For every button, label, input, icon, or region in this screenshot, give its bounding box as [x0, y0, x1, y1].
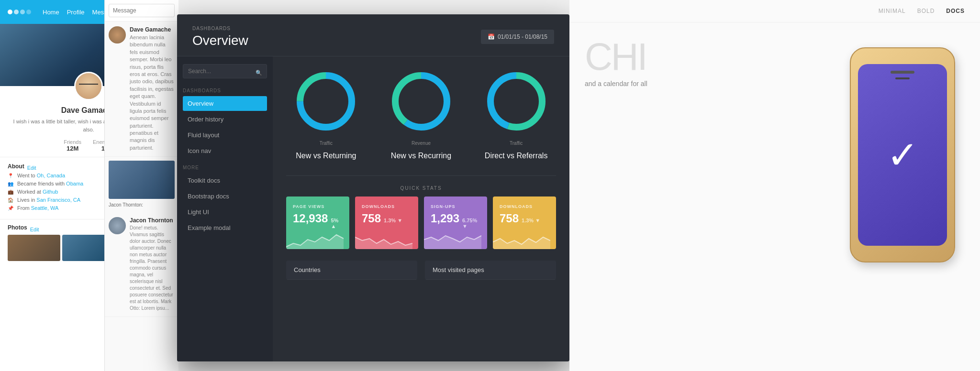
stat-change-4: 1.3% ▼ [522, 218, 540, 223]
countries-table: Countries [286, 261, 417, 280]
logo-dot-1 [8, 10, 12, 14]
nav-section-more: MORE Toolkit docs Bootstrap docs Light U… [177, 161, 273, 238]
sparkline-4 [493, 230, 550, 249]
chart-3-title: Direct vs Referrals [485, 152, 548, 160]
phone-mockup: ✓ [840, 38, 965, 286]
message-input[interactable] [109, 4, 175, 17]
post-image [109, 161, 175, 199]
countries-table-title: Countries [294, 266, 410, 273]
avatar-glasses [79, 84, 98, 88]
dashboard-sidebar: 🔍 DASHBOARDS Overview Order history Flui… [177, 56, 273, 361]
chart-3-category: Traffic [510, 141, 523, 146]
people-icon: 👥 [8, 181, 13, 186]
most-visited-title: Most visited pages [433, 266, 548, 273]
chart-1-title: New vs Returning [296, 152, 356, 160]
stat-value-1: 12,938 5% ▲ [293, 212, 343, 229]
most-visited-table: Most visited pages [425, 261, 556, 280]
nav-item-bootstrap-docs[interactable]: Bootstrap docs [183, 189, 267, 204]
stat-change-3: 6.75% ▼ [462, 218, 480, 229]
stat-card-downloads: DOWNLOADS 758 1.3% ▼ [355, 196, 418, 249]
sparkline-3 [424, 230, 481, 249]
stat-card-pageviews: PAGE VIEWS 12,938 5% ▲ [286, 196, 349, 249]
msg-text-1: Aenean lacinia bibendum nulla fels euism… [130, 34, 175, 152]
nav-item-light-ui[interactable]: Light UI [183, 205, 267, 219]
dashboard-modal: DASHBOARDS Overview 📅 01/01/15 - 01/08/1… [177, 14, 569, 361]
donut-3 [483, 68, 550, 135]
right-content: CHI and a calendar for all ✓ [569, 22, 980, 302]
nav-item-overview[interactable]: Overview [183, 96, 267, 111]
calendar-icon: 📅 [488, 33, 495, 40]
svg-marker-10 [355, 237, 412, 249]
stat-change-1: 5% ▲ [331, 218, 343, 229]
stat-value-2: 758 1.3% ▼ [362, 212, 412, 225]
nav-bold[interactable]: BOLD [917, 8, 935, 14]
phone-notch [891, 71, 914, 74]
right-tagline: and a calendar for all [585, 80, 825, 87]
post-caption: Jacon Thornton: [109, 202, 175, 208]
message-item-1: Dave Gamache Aenean lacinia bibendum nul… [105, 22, 178, 157]
tables-row: Countries Most visited pages [286, 261, 556, 280]
stat-change-2: 1.3% ▼ [384, 218, 402, 223]
phone-frame: ✓ [850, 47, 955, 262]
checkmark-icon: ✓ [887, 133, 919, 177]
stat-value-3: 1,293 6.75% ▼ [431, 212, 480, 229]
messages-panel: Dave Gamache Aenean lacinia bibendum nul… [104, 0, 178, 371]
pin-icon: 📌 [8, 206, 13, 211]
logo-dot-4 [26, 10, 31, 14]
date-range-button[interactable]: 📅 01/01/15 - 01/08/15 [481, 30, 554, 44]
nav-item-fluid-layout[interactable]: Fluid layout [183, 128, 267, 142]
most-visited-header: Most visited pages [425, 261, 556, 280]
nav-item-example-modal[interactable]: Example modal [183, 220, 267, 235]
stat-card-downloads-2: DOWNLOADS 758 1.3% ▼ [493, 196, 556, 249]
right-panel: MINIMAL BOLD DOCS CHI and a calendar for… [569, 0, 980, 371]
work-icon: 💼 [8, 189, 13, 195]
nav-minimal[interactable]: MINIMAL [879, 8, 906, 14]
date-range-label: 01/01/15 - 01/08/15 [498, 33, 547, 40]
avatar-wrap [74, 72, 103, 100]
nav-profile[interactable]: Profile [67, 9, 85, 16]
nav-section-dashboards: DASHBOARDS Overview Order history Fluid … [177, 84, 273, 161]
countries-table-header: Countries [286, 261, 417, 280]
search-icon: 🔍 [256, 70, 262, 76]
logo-dot-3 [20, 10, 25, 14]
msg-content-2: Jacon Thornton Done! metus. Vivamus sagi… [130, 217, 175, 312]
stat-title-3: SIGN-UPS [431, 204, 480, 209]
msg-content-1: Dave Gamache Aenean lacinia bibendum nul… [130, 26, 175, 152]
donut-1 [292, 68, 359, 135]
chart-1-category: Traffic [320, 141, 333, 146]
stats-row: PAGE VIEWS 12,938 5% ▲ DOWNLOADS 758 [286, 196, 556, 249]
nav-section-title-2: MORE [183, 165, 267, 170]
home-icon: 🏠 [8, 197, 13, 203]
photo-1[interactable] [8, 235, 60, 261]
donut-2 [388, 68, 455, 135]
message-input-wrap [105, 0, 178, 22]
stat-title-4: DOWNLOADS [500, 204, 549, 209]
msg-text-2: Done! metus. Vivamus sagittis dolor auct… [130, 225, 175, 312]
stat-card-signups: SIGN-UPS 1,293 6.75% ▼ [424, 196, 487, 249]
search-input[interactable] [183, 64, 267, 78]
chart-2-category: Revenue [412, 141, 431, 146]
phone-speaker [895, 77, 910, 79]
stat-title-2: DOWNLOADS [362, 204, 412, 209]
charts-row: Traffic New vs Returning Revenue New vs … [286, 68, 556, 160]
avatar [74, 72, 103, 100]
nav-item-icon-nav[interactable]: Icon nav [183, 143, 267, 158]
sparkline-2 [355, 230, 412, 249]
right-text: CHI and a calendar for all [585, 38, 825, 87]
nav-item-toolkit-docs[interactable]: Toolkit docs [183, 173, 267, 188]
nav-home[interactable]: Home [43, 9, 59, 16]
msg-name-1: Dave Gamache [130, 26, 175, 33]
nav-item-order-history[interactable]: Order history [183, 112, 267, 127]
msg-name-2: Jacon Thornton [130, 217, 175, 224]
svg-marker-9 [286, 235, 344, 249]
dashboard-layout: 🔍 DASHBOARDS Overview Order history Flui… [177, 56, 569, 361]
svg-marker-12 [493, 237, 550, 249]
nav-docs[interactable]: DOCS [946, 8, 965, 14]
image-post: Jacon Thornton: [105, 157, 178, 212]
friends-stat: Friends 12M [64, 139, 81, 152]
dashboard-header: DASHBOARDS Overview 📅 01/01/15 - 01/08/1… [177, 14, 569, 56]
msg-avatar-1 [109, 26, 126, 44]
sparkline-1 [286, 230, 344, 249]
chart-2-title: New vs Recurring [391, 152, 451, 160]
chart-traffic-direct-referrals: Traffic Direct vs Referrals [483, 68, 550, 160]
